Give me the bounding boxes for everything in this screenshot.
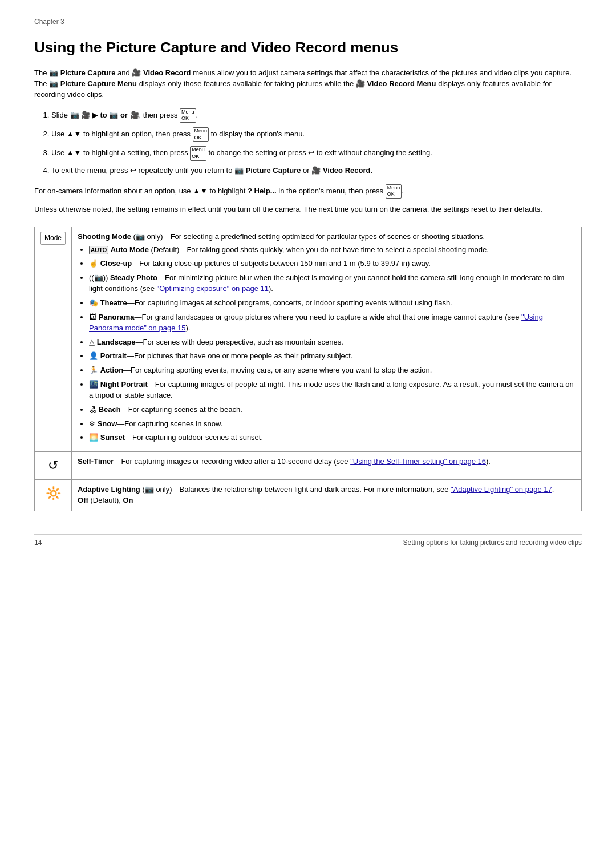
shooting-mode-icon-cell: Mode xyxy=(35,227,72,452)
note-paragraph-2: Unless otherwise noted, the setting rema… xyxy=(34,204,582,215)
footer-page-num: 14 xyxy=(34,538,42,548)
sub-beach: 🏖 Beach—For capturing scenes at the beac… xyxy=(89,405,576,415)
camera-icon-1: 📷 xyxy=(49,68,58,77)
sub-landscape: △ Landscape—For scenes with deep perspec… xyxy=(89,337,576,348)
camera-icon-adaptive: 📷 xyxy=(145,485,154,494)
intro-paragraph: The 📷 Picture Capture and 🎥 Video Record… xyxy=(34,68,582,100)
video-icon-3: 🎥 xyxy=(311,166,321,175)
camera-icon-sm: 📷 xyxy=(136,232,145,241)
auto-icon: AUTO xyxy=(89,246,108,254)
menu-ok-icon-1: MenuOK xyxy=(180,108,196,123)
night-portrait-icon: 🌃 xyxy=(89,380,98,389)
theatre-icon: 🎭 xyxy=(89,298,98,307)
page-title: Using the Picture Capture and Video Reco… xyxy=(34,37,582,59)
footer: 14 Setting options for taking pictures a… xyxy=(34,534,582,548)
adaptive-lighting-content: Adaptive Lighting (📷 only)—Balances the … xyxy=(72,480,582,511)
adaptive-lighting-icon: 🔆 xyxy=(46,486,61,500)
link-self-timer[interactable]: "Using the Self-Timer setting" on page 1… xyxy=(350,457,486,466)
note-paragraph-1: For on-camera information about an optio… xyxy=(34,184,582,199)
video-icon-1: 🎥 xyxy=(132,68,141,77)
sunset-icon: 🌅 xyxy=(89,433,98,442)
footer-page-text: Setting options for taking pictures and … xyxy=(403,538,582,548)
feature-table: Mode Shooting Mode (📷 only)—For selectin… xyxy=(34,227,582,511)
sub-theatre: 🎭 Theatre—For capturing images at school… xyxy=(89,298,576,309)
snow-icon: ❄ xyxy=(89,419,95,428)
step-4: To exit the menu, press ↩ repeatedly unt… xyxy=(51,165,582,176)
step1-icon3: 🎥 xyxy=(130,111,139,119)
table-row-shooting-mode: Mode Shooting Mode (📷 only)—For selectin… xyxy=(35,227,582,452)
steps-list: Slide 📷 🎥 ▶ to 📷 or 🎥, then press MenuOK… xyxy=(51,108,582,176)
sub-sunset: 🌅 Sunset—For capturing outdoor scenes at… xyxy=(89,432,576,443)
sub-close-up: ☝ Close-up—For taking close-up pictures … xyxy=(89,258,576,269)
closeup-icon: ☝ xyxy=(89,259,98,268)
mode-icon: Mode xyxy=(40,232,66,245)
link-optimizing[interactable]: "Optimizing exposure" on page 11 xyxy=(157,284,269,293)
shooting-mode-content: Shooting Mode (📷 only)—For selecting a p… xyxy=(72,227,582,452)
step-2: Use ▲▼ to highlight an option, then pres… xyxy=(51,127,582,142)
beach-icon: 🏖 xyxy=(89,405,96,414)
self-timer-title: Self-Timer xyxy=(78,457,114,466)
shooting-mode-list: AUTO Auto Mode (Default)—For taking good… xyxy=(89,245,576,444)
self-timer-icon-cell: ↺ xyxy=(35,452,72,480)
menu-ok-icon-3: MenuOK xyxy=(190,146,206,160)
steady-photo-icon: ((📷)) xyxy=(89,273,108,282)
table-row-self-timer: ↺ Self-Timer—For capturing images or rec… xyxy=(35,452,582,480)
portrait-icon: 👤 xyxy=(89,351,98,360)
camera-icon-3: 📷 xyxy=(234,166,244,175)
sub-auto-mode: AUTO Auto Mode (Default)—For taking good… xyxy=(89,245,576,256)
landscape-icon: △ xyxy=(89,338,95,346)
step1-icons: 📷 🎥 ▶ xyxy=(70,111,98,119)
shooting-mode-title: Shooting Mode xyxy=(78,232,131,241)
link-panorama[interactable]: "Using Panorama mode" on page 15 xyxy=(89,313,543,332)
menu-ok-icon-4: MenuOK xyxy=(386,184,402,199)
sub-night-portrait: 🌃 Night Portrait—For capturing images of… xyxy=(89,379,576,401)
sub-action: 🏃 Action—For capturing sporting events, … xyxy=(89,365,576,376)
table-row-adaptive-lighting: 🔆 Adaptive Lighting (📷 only)—Balances th… xyxy=(35,480,582,511)
step1-icons2: 📷 xyxy=(109,111,118,119)
adaptive-lighting-title: Adaptive Lighting xyxy=(78,485,140,494)
menu-ok-icon-2: MenuOK xyxy=(193,127,209,142)
chapter-label: Chapter 3 xyxy=(34,17,582,27)
link-adaptive[interactable]: "Adaptive Lighting" on page 17 xyxy=(451,485,552,494)
adaptive-lighting-icon-cell: 🔆 xyxy=(35,480,72,511)
camera-icon-2: 📷 xyxy=(49,79,58,88)
step-3: Use ▲▼ to highlight a setting, then pres… xyxy=(51,146,582,160)
self-timer-icon: ↺ xyxy=(48,458,58,472)
video-icon-2: 🎥 xyxy=(356,79,365,88)
panorama-icon: 🖼 xyxy=(89,313,96,321)
sub-snow: ❄ Snow—For capturing scenes in snow. xyxy=(89,419,576,430)
sub-portrait: 👤 Portrait—For pictures that have one or… xyxy=(89,351,576,362)
action-icon: 🏃 xyxy=(89,366,98,374)
sub-panorama: 🖼 Panorama—For grand landscapes or group… xyxy=(89,312,576,334)
sub-steady-photo: ((📷)) Steady Photo—For minimizing pictur… xyxy=(89,273,576,294)
self-timer-content: Self-Timer—For capturing images or recor… xyxy=(72,452,582,480)
step-1: Slide 📷 🎥 ▶ to 📷 or 🎥, then press MenuOK… xyxy=(51,108,582,123)
